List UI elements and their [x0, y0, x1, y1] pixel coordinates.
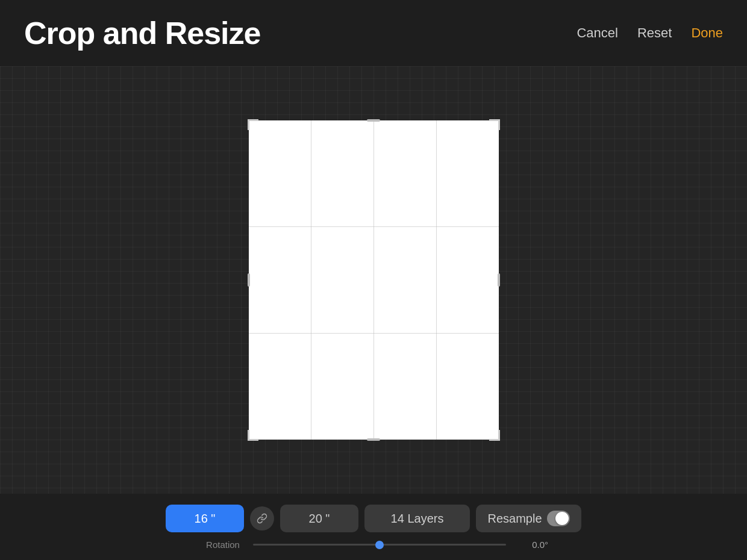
mid-handle-top[interactable] — [367, 119, 380, 122]
cancel-button[interactable]: Cancel — [577, 25, 617, 41]
layers-button[interactable]: 14 Layers — [364, 505, 470, 532]
canvas-area[interactable] — [0, 66, 747, 494]
width-input[interactable]: 16 " — [166, 505, 244, 532]
corner-handle-br[interactable] — [489, 430, 500, 441]
header-actions: Cancel Reset Done — [577, 25, 723, 41]
page-title: Crop and Resize — [24, 15, 260, 51]
mid-handle-left[interactable] — [248, 273, 250, 287]
corner-handle-tr[interactable] — [489, 119, 500, 130]
grid-line-v2 — [374, 120, 374, 440]
rotation-slider[interactable] — [253, 544, 506, 546]
reset-button[interactable]: Reset — [637, 25, 672, 41]
resample-button[interactable]: Resample — [476, 505, 581, 532]
crop-box-wrapper[interactable] — [249, 120, 499, 440]
dimension-row: 16 " 20 " 14 Layers Resample — [166, 505, 581, 532]
mid-handle-right[interactable] — [498, 273, 500, 287]
rotation-label: Rotation — [199, 540, 247, 550]
bottom-toolbar: 16 " 20 " 14 Layers Resample Rotation 0.… — [0, 494, 747, 560]
mid-handle-bottom[interactable] — [367, 438, 380, 441]
resample-label: Resample — [487, 512, 542, 526]
link-aspect-ratio-button[interactable] — [250, 506, 274, 530]
grid-line-v1 — [311, 120, 311, 440]
corner-handle-tl[interactable] — [248, 119, 258, 130]
rotation-row: Rotation 0.0° — [199, 540, 548, 550]
done-button[interactable]: Done — [691, 25, 723, 41]
link-icon — [257, 513, 267, 524]
rotation-value: 0.0° — [512, 540, 548, 550]
rotation-slider-thumb — [375, 541, 384, 549]
crop-box — [249, 120, 499, 440]
corner-handle-bl[interactable] — [248, 430, 258, 441]
height-input[interactable]: 20 " — [280, 505, 358, 532]
resample-toggle[interactable] — [547, 511, 570, 526]
header: Crop and Resize Cancel Reset Done — [0, 0, 747, 66]
grid-line-v3 — [436, 120, 437, 440]
